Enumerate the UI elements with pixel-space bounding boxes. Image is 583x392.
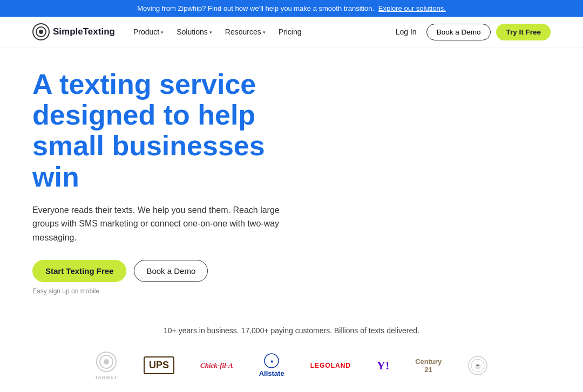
logo-icon: [32, 23, 50, 40]
hero-buttons: Start Texting Free Book a Demo: [32, 260, 292, 282]
hero-title-line1: A texting service: [32, 68, 256, 100]
starbucks-icon: ☕: [467, 355, 488, 376]
legoland-icon: LEGOLAND: [310, 362, 351, 369]
svg-point-1: [39, 30, 43, 34]
svg-text:★: ★: [270, 359, 274, 364]
logo-chick-fil-a: Chick-fil-A: [200, 361, 233, 370]
logo-target: TARGET: [95, 351, 118, 380]
nav-right: Log In Book a Demo Try It Free: [391, 24, 551, 40]
logo-yahoo: Y!: [377, 359, 389, 373]
logo-text: SimpleTexting: [53, 26, 115, 37]
login-link[interactable]: Log In: [391, 24, 421, 39]
nav-item-pricing[interactable]: Pricing: [273, 24, 307, 39]
announcement-bar: Moving from Zipwhip? Find out how we'll …: [0, 0, 583, 17]
chevron-down-icon: ▾: [209, 30, 212, 35]
navbar: SimpleTexting Product ▾ Solutions ▾ Reso…: [0, 17, 583, 47]
nav-resources-label: Resources: [225, 27, 261, 36]
hero-title: A texting service designed to help small…: [32, 69, 292, 192]
ups-icon: UPS: [144, 356, 174, 374]
logo-legoland: LEGOLAND: [310, 362, 351, 369]
nav-pricing-label: Pricing: [279, 27, 302, 36]
target-label: TARGET: [95, 375, 118, 380]
stats-bar: 10+ years in business. 17,000+ paying cu…: [0, 311, 583, 346]
hero-section: A texting service designed to help small…: [0, 47, 324, 311]
target-icon: [96, 351, 117, 373]
nav-item-solutions[interactable]: Solutions ▾: [171, 24, 218, 39]
allstate-icon: ★ Allstate: [259, 353, 284, 377]
announcement-link[interactable]: Explore our solutions.: [378, 4, 446, 12]
hero-title-line2: designed to help: [32, 99, 255, 130]
chevron-down-icon: ▾: [263, 30, 266, 35]
book-demo-nav-button[interactable]: Book a Demo: [426, 24, 491, 40]
yahoo-icon: Y!: [377, 359, 389, 373]
try-free-nav-button[interactable]: Try It Free: [496, 24, 551, 40]
logos-section: TARGET UPS Chick-fil-A ★ Allstate LEGOLA…: [0, 346, 583, 391]
svg-text:☕: ☕: [474, 362, 482, 369]
logo-starbucks: ☕: [467, 355, 488, 376]
logo[interactable]: SimpleTexting: [32, 23, 115, 40]
logo-allstate: ★ Allstate: [259, 353, 284, 377]
chick-fil-a-icon: Chick-fil-A: [200, 361, 233, 370]
stats-text: 10+ years in business. 17,000+ paying cu…: [164, 326, 419, 335]
hero-note: Easy sign up on mobile: [32, 287, 292, 295]
start-texting-button[interactable]: Start Texting Free: [32, 260, 126, 282]
nav-product-label: Product: [133, 27, 159, 36]
logo-ups: UPS: [144, 356, 174, 374]
nav-item-product[interactable]: Product ▾: [128, 24, 169, 39]
svg-point-4: [104, 359, 109, 365]
century21-icon: Century 21: [415, 357, 442, 374]
chevron-down-icon: ▾: [161, 30, 164, 35]
nav-links: Product ▾ Solutions ▾ Resources ▾ Pricin…: [128, 24, 391, 39]
logo-century21: Century 21: [415, 357, 442, 374]
hero-title-line3: small businesses win: [32, 130, 265, 192]
announcement-text: Moving from Zipwhip? Find out how we'll …: [137, 4, 374, 12]
nav-item-resources[interactable]: Resources ▾: [220, 24, 271, 39]
book-demo-hero-button[interactable]: Book a Demo: [134, 260, 208, 282]
hero-subtitle: Everyone reads their texts. We help you …: [32, 203, 292, 245]
nav-solutions-label: Solutions: [177, 27, 208, 36]
